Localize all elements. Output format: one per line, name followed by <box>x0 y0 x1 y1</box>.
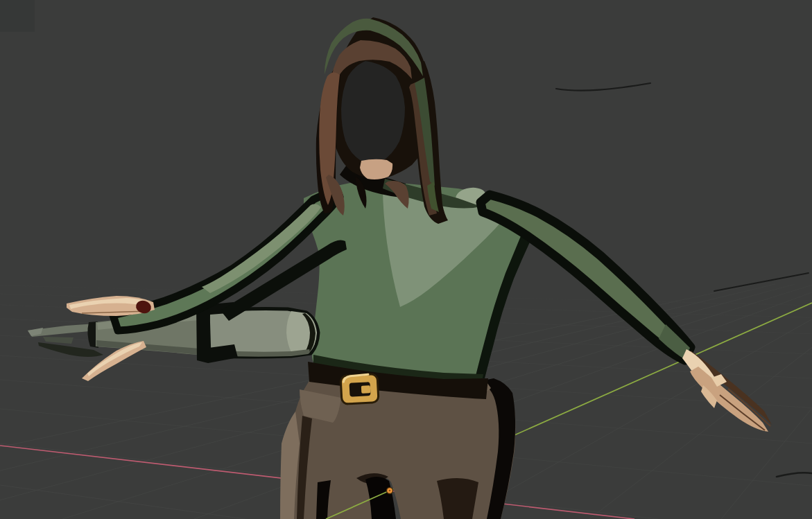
belt-buckle[interactable] <box>340 374 379 405</box>
neck[interactable] <box>360 159 392 179</box>
lower-body[interactable] <box>280 362 515 519</box>
buckle-tongue <box>361 385 371 394</box>
right-leg-inner-shadow <box>437 478 478 519</box>
corner-shade-patch <box>0 0 35 32</box>
origin-core <box>389 490 391 492</box>
viewport-3d[interactable] <box>0 0 812 519</box>
world-origin-point[interactable] <box>386 487 393 494</box>
face[interactable] <box>341 61 405 164</box>
